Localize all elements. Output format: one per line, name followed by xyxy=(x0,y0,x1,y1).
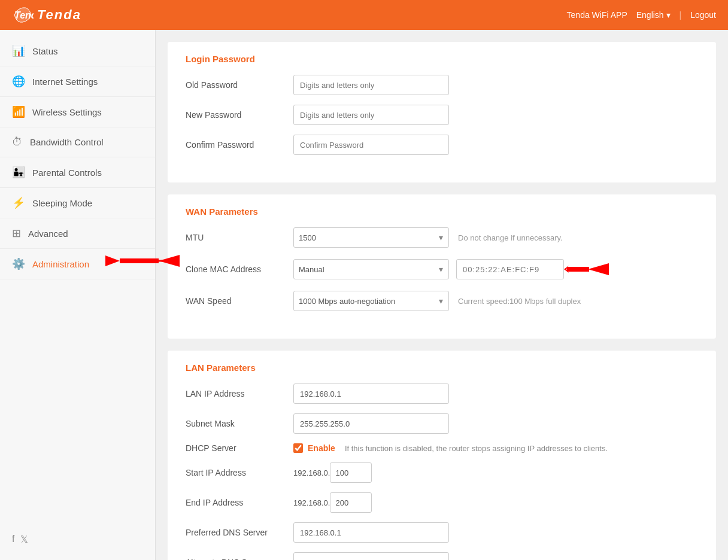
header-divider: | xyxy=(680,10,682,20)
sidebar-item-bandwidth-control[interactable]: ⏱ Bandwidth Control xyxy=(0,127,155,157)
main-content: Login Password Old Password New Password… xyxy=(156,30,728,560)
sidebar: 📊 Status 🌐 Internet Settings 📶 Wireless … xyxy=(0,30,156,560)
dhcp-server-label: DHCP Server xyxy=(186,443,293,453)
end-ip-prefix: 192.168.0. xyxy=(293,498,330,507)
lan-parameters-section: LAN Parameters LAN IP Address Subnet Mas… xyxy=(168,351,716,560)
wan-parameters-title: WAN Parameters xyxy=(186,206,698,217)
preferred-dns-input[interactable] xyxy=(293,522,449,543)
start-ip-suffix-input[interactable] xyxy=(330,462,372,483)
wan-speed-row: WAN Speed 1000 Mbps auto-negotiation 100… xyxy=(186,291,698,311)
sidebar-item-advanced[interactable]: ⊞ Advanced xyxy=(0,218,155,249)
sidebar-item-wireless-settings[interactable]: 📶 Wireless Settings xyxy=(0,97,155,127)
alternate-dns-row: Alternate DNS Server xyxy=(186,552,698,560)
sleep-icon: ⚡ xyxy=(12,196,25,209)
logo-text: Tenda xyxy=(37,7,81,23)
logout-link[interactable]: Logout xyxy=(690,10,716,20)
dhcp-server-row: DHCP Server Enable If this function is d… xyxy=(186,443,698,453)
preferred-dns-label: Preferred DNS Server xyxy=(186,528,293,537)
clone-mac-label: Clone MAC Address xyxy=(186,264,293,274)
sidebar-label-status: Status xyxy=(32,46,58,56)
wan-speed-label: WAN Speed xyxy=(186,296,293,306)
wan-speed-select[interactable]: 1000 Mbps auto-negotiation 100 Mbps full… xyxy=(293,291,449,311)
bandwidth-icon: ⏱ xyxy=(12,136,23,148)
login-password-section: Login Password Old Password New Password… xyxy=(168,42,716,182)
advanced-icon: ⊞ xyxy=(12,227,21,240)
header: Tenda Tenda Tenda WiFi APP English | Log… xyxy=(0,0,728,30)
wireless-icon: 📶 xyxy=(12,105,25,118)
language-selector[interactable]: English xyxy=(636,10,671,20)
header-right: Tenda WiFi APP English | Logout xyxy=(567,10,716,20)
lan-ip-label: LAN IP Address xyxy=(186,389,293,398)
mtu-label: MTU xyxy=(186,233,293,242)
new-password-input[interactable] xyxy=(293,105,449,125)
confirm-password-input[interactable] xyxy=(293,135,449,155)
app-name: Tenda WiFi APP xyxy=(567,10,627,20)
sidebar-label-advanced: Advanced xyxy=(28,229,68,239)
wan-parameters-section: WAN Parameters MTU 1500 1492 1480 1460 D… xyxy=(168,194,716,339)
end-ip-suffix-input[interactable] xyxy=(330,492,372,513)
lan-ip-input[interactable] xyxy=(293,384,449,404)
admin-icon: ⚙️ xyxy=(12,257,25,270)
dhcp-enable-label: Enable xyxy=(308,443,335,453)
login-password-title: Login Password xyxy=(186,54,698,64)
sidebar-label-parental: Parental Controls xyxy=(32,168,102,178)
dhcp-row: Enable If this function is disabled, the… xyxy=(293,443,608,453)
svg-marker-6 xyxy=(588,263,609,275)
old-password-input[interactable] xyxy=(293,75,449,95)
wan-speed-hint: Current speed:100 Mbps full duplex xyxy=(458,297,581,306)
dhcp-checkbox[interactable] xyxy=(293,443,303,453)
sidebar-label-admin: Administration xyxy=(32,259,89,269)
logo: Tenda Tenda xyxy=(12,4,81,26)
dhcp-hint: If this function is disabled, the router… xyxy=(345,444,608,453)
mtu-select-wrapper: 1500 1492 1480 1460 xyxy=(293,227,449,248)
new-password-label: New Password xyxy=(186,110,293,120)
end-ip-row: End IP Address 192.168.0. xyxy=(186,492,698,513)
mac-arrow-area xyxy=(449,257,612,281)
twitter-icon[interactable]: 𝕏 xyxy=(20,534,28,545)
parental-icon: 👨‍👧 xyxy=(12,166,25,179)
sidebar-item-administration[interactable]: ⚙️ Administration xyxy=(0,249,155,279)
confirm-password-row: Confirm Password xyxy=(186,135,698,155)
internet-icon: 🌐 xyxy=(12,75,25,88)
mtu-row: MTU 1500 1492 1480 1460 Do not change if… xyxy=(186,227,698,248)
wan-speed-select-wrapper: 1000 Mbps auto-negotiation 100 Mbps full… xyxy=(293,291,449,311)
sidebar-label-internet: Internet Settings xyxy=(32,77,98,87)
old-password-label: Old Password xyxy=(186,80,293,90)
sidebar-label-sleep: Sleeping Mode xyxy=(32,198,92,208)
mac-arrow xyxy=(564,257,612,281)
old-password-row: Old Password xyxy=(186,75,698,95)
facebook-icon[interactable]: f xyxy=(12,534,14,545)
lan-ip-row: LAN IP Address xyxy=(186,384,698,404)
subnet-mask-input[interactable] xyxy=(293,413,449,434)
start-ip-label: Start IP Address xyxy=(186,468,293,477)
sidebar-footer: f 𝕏 xyxy=(0,525,155,554)
clone-mac-select[interactable]: Manual Use This Computer's MAC Address xyxy=(293,259,449,279)
preferred-dns-row: Preferred DNS Server xyxy=(186,522,698,543)
status-icon: 📊 xyxy=(12,44,25,57)
mtu-hint: Do not change if unnecessary. xyxy=(458,233,563,242)
sidebar-label-wireless: Wireless Settings xyxy=(32,107,102,117)
start-ip-split: 192.168.0. xyxy=(293,462,372,483)
subnet-mask-label: Subnet Mask xyxy=(186,419,293,428)
svg-marker-8 xyxy=(564,266,569,273)
mac-address-input[interactable] xyxy=(456,259,564,279)
sidebar-item-internet-settings[interactable]: 🌐 Internet Settings xyxy=(0,66,155,97)
tenda-logo-icon: Tenda xyxy=(12,4,34,26)
sidebar-label-bandwidth: Bandwidth Control xyxy=(30,137,104,147)
start-ip-prefix: 192.168.0. xyxy=(293,468,330,477)
end-ip-split: 192.168.0. xyxy=(293,492,372,513)
new-password-row: New Password xyxy=(186,105,698,125)
subnet-mask-row: Subnet Mask xyxy=(186,413,698,434)
sidebar-item-sleeping-mode[interactable]: ⚡ Sleeping Mode xyxy=(0,188,155,218)
confirm-password-label: Confirm Password xyxy=(186,140,293,150)
start-ip-row: Start IP Address 192.168.0. xyxy=(186,462,698,483)
svg-text:Tenda: Tenda xyxy=(14,10,34,20)
clone-mac-row: Clone MAC Address Manual Use This Comput… xyxy=(186,257,698,281)
sidebar-item-status[interactable]: 📊 Status xyxy=(0,36,155,66)
alternate-dns-input[interactable] xyxy=(293,552,449,560)
mtu-select[interactable]: 1500 1492 1480 1460 xyxy=(293,227,449,248)
main-layout: 📊 Status 🌐 Internet Settings 📶 Wireless … xyxy=(0,30,728,560)
clone-mac-select-wrapper: Manual Use This Computer's MAC Address xyxy=(293,259,449,279)
sidebar-item-parental-controls[interactable]: 👨‍👧 Parental Controls xyxy=(0,157,155,188)
end-ip-label: End IP Address xyxy=(186,498,293,507)
